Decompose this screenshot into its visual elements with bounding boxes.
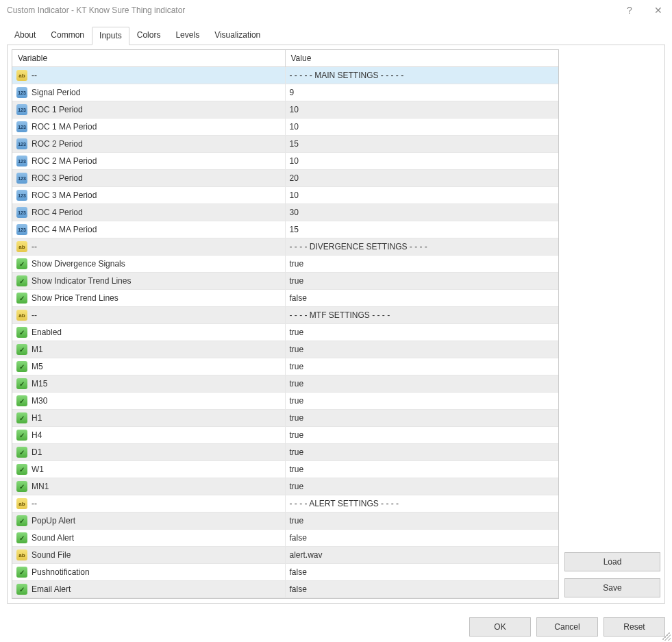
- table-row[interactable]: H4true: [12, 427, 558, 444]
- cell-variable[interactable]: ROC 2 MA Period: [12, 153, 286, 169]
- cell-value[interactable]: false: [286, 581, 559, 597]
- cell-variable[interactable]: ROC 4 Period: [12, 204, 286, 221]
- cell-value[interactable]: 10: [286, 119, 559, 135]
- cell-variable[interactable]: Sound File: [12, 547, 286, 563]
- cell-value[interactable]: true: [286, 513, 559, 529]
- cell-value[interactable]: true: [286, 393, 559, 409]
- table-row[interactable]: M15true: [12, 375, 558, 393]
- help-icon[interactable]: ?: [623, 5, 636, 16]
- tab-colors[interactable]: Colors: [129, 26, 169, 45]
- cell-variable[interactable]: H1: [12, 410, 286, 426]
- table-row[interactable]: Sound Filealert.wav: [12, 547, 558, 564]
- cell-value[interactable]: - - - - DIVERGENCE SETTINGS - - - -: [286, 238, 559, 255]
- cell-variable[interactable]: Show Divergence Signals: [12, 256, 286, 272]
- table-row[interactable]: M5true: [12, 358, 558, 375]
- table-row[interactable]: Show Price Trend Linesfalse: [12, 290, 558, 307]
- cell-variable[interactable]: Show Price Trend Lines: [12, 290, 286, 306]
- cell-variable[interactable]: W1: [12, 461, 286, 478]
- cell-variable[interactable]: Sound Alert: [12, 530, 286, 546]
- cell-variable[interactable]: --: [12, 495, 286, 512]
- cell-variable[interactable]: M15: [12, 375, 286, 392]
- table-row[interactable]: M1true: [12, 341, 558, 358]
- cell-value[interactable]: true: [286, 478, 559, 495]
- cell-value[interactable]: 15: [286, 136, 559, 152]
- cell-variable[interactable]: Show Indicator Trend Lines: [12, 273, 286, 289]
- tab-levels[interactable]: Levels: [168, 26, 207, 45]
- cell-variable[interactable]: ROC 3 MA Period: [12, 187, 286, 203]
- cell-value[interactable]: true: [286, 375, 559, 392]
- cell-value[interactable]: - - - - ALERT SETTINGS - - - -: [286, 495, 559, 512]
- cell-variable[interactable]: --: [12, 307, 286, 323]
- close-icon[interactable]: ✕: [651, 5, 665, 16]
- cell-variable[interactable]: ROC 1 MA Period: [12, 119, 286, 135]
- table-row[interactable]: PopUp Alerttrue: [12, 513, 558, 530]
- table-row[interactable]: ROC 1 MA Period10: [12, 119, 558, 136]
- table-row[interactable]: M30true: [12, 393, 558, 410]
- table-row[interactable]: Enabledtrue: [12, 324, 558, 341]
- table-row[interactable]: ROC 3 Period20: [12, 170, 558, 187]
- column-header-value[interactable]: Value: [286, 50, 559, 66]
- cell-value[interactable]: alert.wav: [286, 547, 559, 563]
- table-row[interactable]: Pushnotificationfalse: [12, 564, 558, 581]
- cell-variable[interactable]: --: [12, 238, 286, 255]
- table-row[interactable]: D1true: [12, 444, 558, 461]
- tab-visualization[interactable]: Visualization: [207, 26, 268, 45]
- cell-variable[interactable]: ROC 4 MA Period: [12, 221, 286, 238]
- table-row[interactable]: --- - - - - MAIN SETTINGS - - - - -: [12, 67, 558, 84]
- cell-variable[interactable]: Signal Period: [12, 84, 286, 101]
- cell-variable[interactable]: MN1: [12, 478, 286, 495]
- cell-value[interactable]: true: [286, 410, 559, 426]
- table-row[interactable]: --- - - - DIVERGENCE SETTINGS - - - -: [12, 238, 558, 256]
- tab-common[interactable]: Common: [43, 26, 92, 45]
- cell-value[interactable]: true: [286, 256, 559, 272]
- table-row[interactable]: ROC 4 MA Period15: [12, 221, 558, 238]
- table-row[interactable]: --- - - - ALERT SETTINGS - - - -: [12, 495, 558, 513]
- table-row[interactable]: --- - - - MTF SETTINGS - - - -: [12, 307, 558, 324]
- table-row[interactable]: Signal Period9: [12, 84, 558, 101]
- table-row[interactable]: H1true: [12, 410, 558, 427]
- cell-value[interactable]: true: [286, 324, 559, 341]
- table-row[interactable]: ROC 2 Period15: [12, 136, 558, 153]
- cell-value[interactable]: true: [286, 273, 559, 289]
- cell-value[interactable]: 15: [286, 221, 559, 238]
- table-row[interactable]: ROC 4 Period30: [12, 204, 558, 221]
- cell-value[interactable]: 30: [286, 204, 559, 221]
- cell-value[interactable]: false: [286, 530, 559, 546]
- table-row[interactable]: Show Indicator Trend Linestrue: [12, 273, 558, 290]
- cell-value[interactable]: true: [286, 358, 559, 375]
- cell-value[interactable]: - - - - MTF SETTINGS - - - -: [286, 307, 559, 323]
- cell-value[interactable]: false: [286, 564, 559, 580]
- cell-value[interactable]: 10: [286, 187, 559, 203]
- cell-value[interactable]: 10: [286, 153, 559, 169]
- cell-variable[interactable]: Enabled: [12, 324, 286, 341]
- cell-value[interactable]: true: [286, 341, 559, 358]
- table-row[interactable]: Sound Alertfalse: [12, 530, 558, 547]
- table-row[interactable]: Email Alertfalse: [12, 581, 558, 598]
- cell-variable[interactable]: Email Alert: [12, 581, 286, 597]
- save-button[interactable]: Save: [564, 578, 660, 597]
- cell-value[interactable]: true: [286, 461, 559, 478]
- cell-value[interactable]: true: [286, 444, 559, 460]
- ok-button[interactable]: OK: [469, 617, 531, 637]
- cell-variable[interactable]: ROC 3 Period: [12, 170, 286, 186]
- table-row[interactable]: MN1true: [12, 478, 558, 495]
- tab-inputs[interactable]: Inputs: [92, 27, 129, 45]
- table-row[interactable]: ROC 2 MA Period10: [12, 153, 558, 170]
- cell-value[interactable]: 9: [286, 84, 559, 101]
- cell-value[interactable]: - - - - - MAIN SETTINGS - - - - -: [286, 67, 559, 84]
- tab-about[interactable]: About: [7, 26, 43, 45]
- cell-variable[interactable]: Pushnotification: [12, 564, 286, 580]
- reset-button[interactable]: Reset: [603, 617, 665, 637]
- cell-variable[interactable]: M1: [12, 341, 286, 358]
- cell-value[interactable]: 10: [286, 101, 559, 118]
- cell-variable[interactable]: H4: [12, 427, 286, 443]
- column-header-variable[interactable]: Variable: [12, 50, 286, 66]
- cell-variable[interactable]: D1: [12, 444, 286, 460]
- cell-variable[interactable]: ROC 2 Period: [12, 136, 286, 152]
- resize-grip-icon[interactable]: [662, 632, 671, 641]
- table-row[interactable]: Show Divergence Signalstrue: [12, 256, 558, 273]
- cell-variable[interactable]: --: [12, 67, 286, 84]
- table-row[interactable]: ROC 3 MA Period10: [12, 187, 558, 204]
- cell-variable[interactable]: M5: [12, 358, 286, 375]
- cell-value[interactable]: true: [286, 427, 559, 443]
